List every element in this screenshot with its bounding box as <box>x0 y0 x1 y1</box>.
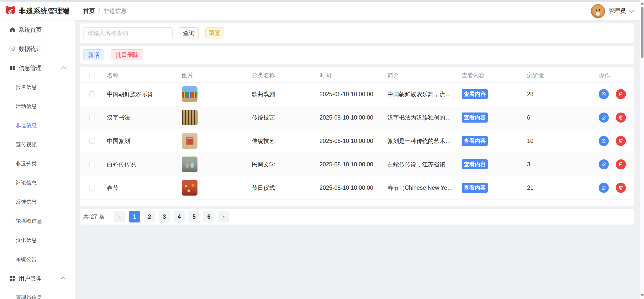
pagination-page-5[interactable]: 5 <box>188 211 199 222</box>
cell-time: 2025-08-10 10:00:00 <box>319 91 387 98</box>
sidebar-item-carousel-info[interactable]: 轮播图信息 <box>0 211 75 231</box>
sidebar-item-news-info[interactable]: 资讯信息 <box>0 231 75 250</box>
user-avatar[interactable] <box>591 4 605 18</box>
sidebar-group-user-management[interactable]: 用户管理 <box>0 269 75 288</box>
user-name[interactable]: 管理员 <box>609 7 626 15</box>
select-all-checkbox[interactable] <box>89 73 95 78</box>
top-header: 非遗系统管理端 首页 / 非遗信息 管理员 <box>0 2 640 20</box>
cell-views: 28 <box>527 91 599 98</box>
batch-delete-button[interactable]: 批量删除 <box>111 49 143 60</box>
chevron-down-icon[interactable] <box>629 8 634 13</box>
grid-icon <box>9 275 15 281</box>
spring-festival-photo[interactable] <box>182 180 197 196</box>
cell-time: 2025-08-10 10:00:00 <box>319 161 387 168</box>
pagination-page-6[interactable]: 6 <box>203 211 214 222</box>
cell-views: 10 <box>527 138 599 144</box>
sidebar-item-heritage-category[interactable]: 非遗分类 <box>0 154 75 173</box>
sidebar-item-admin-info[interactable]: 管理员信息 <box>0 288 75 299</box>
delete-button[interactable] <box>616 113 626 123</box>
sidebar-item-activity-info[interactable]: 活动信息 <box>0 97 75 116</box>
cell-time: 2025-08-10 10:00:00 <box>319 138 387 144</box>
add-button[interactable]: 新增 <box>83 49 104 60</box>
browser-top-strip <box>0 0 640 2</box>
view-content-button[interactable]: 查看内容 <box>462 113 488 123</box>
view-content-button[interactable]: 查看内容 <box>462 136 488 146</box>
sidebar-item-registration-info[interactable]: 报名信息 <box>0 78 75 97</box>
pagination-page-4[interactable]: 4 <box>174 211 185 222</box>
page-scrollbar[interactable] <box>640 0 644 299</box>
edit-button[interactable] <box>599 159 609 169</box>
cell-intro: 白蛇传传说，江苏省镇… <box>387 161 462 168</box>
cell-category: 传统技艺 <box>252 137 319 145</box>
sidebar-item-promo-video[interactable]: 宣传视频 <box>0 135 75 154</box>
scrollbar-down-arrow-icon[interactable] <box>641 294 644 296</box>
table-header-row: 名称 图片 分类名称 时间 简介 查看内容 浏览量 操作 <box>80 68 634 83</box>
trash-icon <box>618 92 623 97</box>
row-checkbox[interactable] <box>89 91 95 97</box>
breadcrumb-home[interactable]: 首页 <box>83 7 95 15</box>
row-checkbox[interactable] <box>89 162 95 167</box>
breadcrumb-current: 非遗信息 <box>103 7 127 15</box>
row-checkbox[interactable] <box>89 138 95 144</box>
query-button[interactable]: 查询 <box>179 27 199 39</box>
white-snake-legend-photo[interactable] <box>182 157 197 172</box>
pagination-page-2[interactable]: 2 <box>144 211 155 222</box>
trash-icon <box>618 185 623 190</box>
row-checkbox[interactable] <box>89 185 95 191</box>
edit-button[interactable] <box>599 113 609 123</box>
column-header-category: 分类名称 <box>252 71 319 79</box>
cell-views: 6 <box>527 114 599 121</box>
pagination-prev-button[interactable]: ‹ <box>114 211 125 222</box>
column-header-intro: 简介 <box>387 71 462 79</box>
sidebar-item-label: 系统首页 <box>19 26 42 34</box>
scrollbar-up-arrow-icon[interactable] <box>641 2 644 5</box>
view-content-button[interactable]: 查看内容 <box>462 159 488 169</box>
search-panel: 查询 重置 <box>80 23 634 43</box>
sidebar-item-system-notice[interactable]: 系统公告 <box>0 250 75 269</box>
table-row: 春节 节日仪式 2025-08-10 10:00:00 春节（Chinese N… <box>80 176 634 200</box>
lion-dance-logo-icon <box>5 5 16 17</box>
sidebar-item-feedback-info[interactable]: 反馈信息 <box>0 192 75 211</box>
view-content-button[interactable]: 查看内容 <box>462 89 488 99</box>
table-row: 中国朝鲜族农乐舞 歌曲戏剧 2025-08-10 10:00:00 中国朝鲜族农… <box>80 83 634 106</box>
sidebar-group-info-management[interactable]: 信息管理 <box>0 58 75 78</box>
delete-button[interactable] <box>616 183 626 193</box>
pagination-page-3[interactable]: 3 <box>159 211 170 222</box>
seal-engraving-photo[interactable] <box>182 133 197 149</box>
delete-button[interactable] <box>616 136 626 146</box>
pagination-next-button[interactable]: › <box>218 211 229 222</box>
cell-views: 3 <box>527 161 599 168</box>
edit-button[interactable] <box>599 89 609 99</box>
edit-button[interactable] <box>599 183 609 193</box>
chevron-up-icon <box>61 277 66 282</box>
row-checkbox[interactable] <box>89 115 95 120</box>
sidebar-item-home[interactable]: 系统首页 <box>0 20 75 39</box>
data-table: 名称 图片 分类名称 时间 简介 查看内容 浏览量 操作 中国朝鲜族农乐舞 歌曲… <box>80 67 634 206</box>
scrollbar-thumb[interactable] <box>641 7 643 58</box>
edit-button[interactable] <box>599 136 609 146</box>
user-menu[interactable]: 管理员 <box>591 4 640 18</box>
sidebar-item-heritage-info[interactable]: 非遗信息 <box>0 116 75 135</box>
search-input[interactable] <box>83 27 173 39</box>
korean-farmers-dance-photo[interactable] <box>182 86 197 102</box>
cell-time: 2025-08-10 10:00:00 <box>319 114 387 121</box>
sidebar-item-statistics[interactable]: 数据统计 <box>0 39 75 58</box>
cell-intro: 中国朝鲜族农乐舞，流… <box>387 90 462 98</box>
app-title: 非遗系统管理端 <box>19 6 70 16</box>
delete-button[interactable] <box>616 159 626 169</box>
cell-category: 节日仪式 <box>252 184 319 192</box>
sidebar-item-comment-info[interactable]: 评论信息 <box>0 173 75 192</box>
column-header-name: 名称 <box>107 71 182 79</box>
chinese-calligraphy-photo[interactable] <box>182 110 197 125</box>
cell-category: 传统技艺 <box>252 114 319 122</box>
delete-button[interactable] <box>616 89 626 99</box>
chart-board-icon <box>9 46 15 52</box>
pagination-page-1[interactable]: 1 <box>129 211 140 222</box>
pagination-total: 共 27 条 <box>83 213 104 221</box>
cell-name: 中国篆刻 <box>107 137 182 145</box>
view-content-button[interactable]: 查看内容 <box>462 183 488 193</box>
brand: 非遗系统管理端 <box>0 5 75 17</box>
cell-name: 中国朝鲜族农乐舞 <box>107 90 182 98</box>
reset-button[interactable]: 重置 <box>205 27 224 39</box>
column-header-time: 时间 <box>319 71 387 79</box>
